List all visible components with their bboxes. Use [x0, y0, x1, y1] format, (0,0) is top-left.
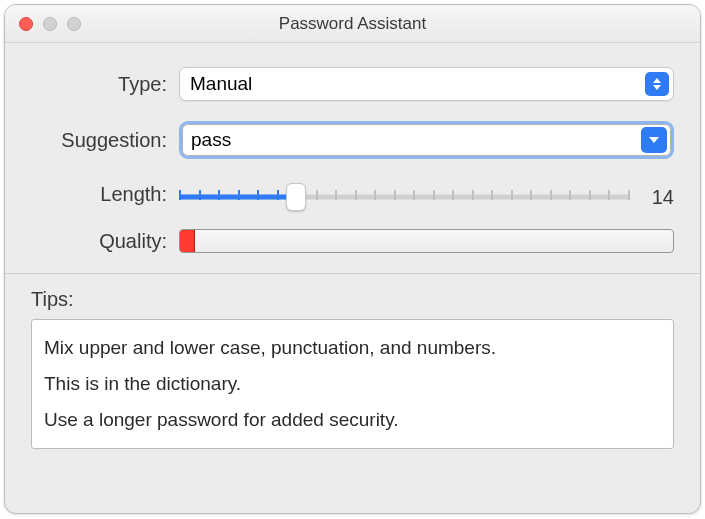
type-popup[interactable]: Manual	[179, 67, 674, 101]
chevron-down-icon	[649, 137, 659, 143]
tip-line: Mix upper and lower case, punctuation, a…	[44, 330, 661, 366]
traffic-lights	[5, 17, 81, 31]
close-icon[interactable]	[19, 17, 33, 31]
type-selected-value: Manual	[190, 73, 252, 95]
titlebar: Password Assistant	[5, 5, 700, 43]
tip-line: Use a longer password for added security…	[44, 402, 661, 438]
password-assistant-window: Password Assistant Type: Manual Suggesti…	[4, 4, 701, 514]
length-value: 14	[630, 186, 674, 209]
quality-meter	[179, 229, 674, 253]
content-area: Type: Manual Suggestion:	[5, 43, 700, 265]
minimize-icon[interactable]	[43, 17, 57, 31]
type-label: Type:	[31, 73, 179, 96]
length-slider[interactable]	[179, 185, 630, 209]
length-row: Length: 14	[31, 179, 674, 209]
suggestion-row: Suggestion:	[31, 121, 674, 159]
zoom-icon[interactable]	[67, 17, 81, 31]
popup-arrows-icon	[645, 72, 669, 96]
type-row: Type: Manual	[31, 67, 674, 101]
quality-label: Quality:	[31, 230, 179, 253]
length-label: Length:	[31, 183, 179, 206]
suggestion-dropdown-button[interactable]	[641, 127, 667, 153]
tips-section: Tips: Mix upper and lower case, punctuat…	[5, 288, 700, 513]
divider	[5, 273, 700, 274]
tips-label: Tips:	[31, 288, 674, 311]
suggestion-input[interactable]	[183, 129, 641, 151]
window-title: Password Assistant	[5, 14, 700, 34]
suggestion-combo	[182, 124, 671, 156]
tip-line: This is in the dictionary.	[44, 366, 661, 402]
quality-row: Quality:	[31, 229, 674, 253]
tips-box: Mix upper and lower case, punctuation, a…	[31, 319, 674, 449]
suggestion-label: Suggestion:	[31, 129, 179, 152]
suggestion-focus-ring	[179, 121, 674, 159]
slider-thumb[interactable]	[286, 183, 306, 211]
